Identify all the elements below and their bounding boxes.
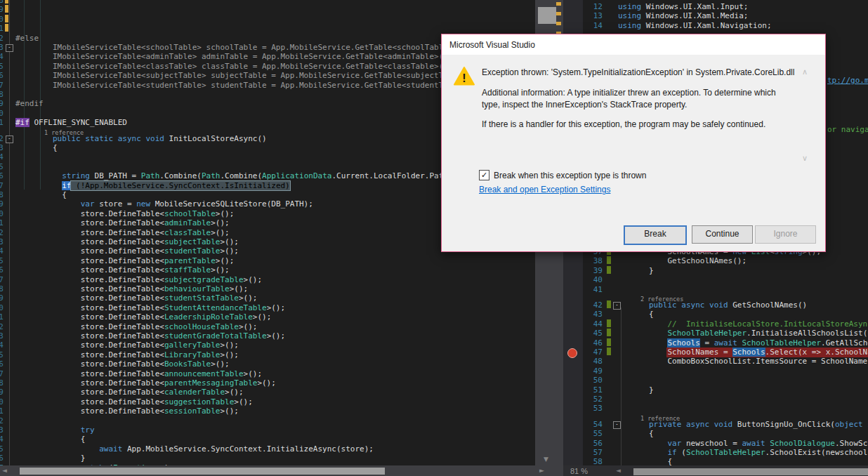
- continue-button[interactable]: Continue: [692, 225, 753, 244]
- change-bar: [607, 338, 611, 346]
- code-line: 49 store.DefineTable<studentStatTable>()…: [0, 293, 535, 303]
- line-number: 51: [584, 385, 603, 395]
- fold-toggle-icon[interactable]: -: [6, 44, 13, 52]
- scroll-left-icon[interactable]: ◄: [2, 467, 7, 474]
- code-line: 40: [563, 275, 868, 285]
- scrollbar-thumb[interactable]: [20, 468, 385, 475]
- visual-studio-window: 1819202122#else23- IMobileServiceTable<s…: [0, 0, 868, 476]
- change-bar: [607, 266, 611, 274]
- line-number: 47: [0, 275, 4, 284]
- code-fragment-link[interactable]: tp://go.mi: [827, 76, 868, 85]
- exception-dialog: Microsoft Visual Studio ! Exception thro…: [441, 34, 826, 252]
- scroll-up-icon[interactable]: ∧: [802, 67, 808, 77]
- code-line: 54 store.DefineTable<galleryTable>();: [0, 341, 535, 350]
- code-line: 46 Schools = await SchoolTableHelper.Get…: [563, 338, 868, 348]
- code-line: 51 }: [563, 385, 868, 395]
- line-number: 66: [0, 454, 4, 463]
- break-button[interactable]: Break: [624, 225, 687, 245]
- line-number: 29: [0, 99, 4, 108]
- additional-info-line2: type, inspect the InnerException's Stack…: [482, 100, 687, 110]
- code-line: 56 store.DefineTable<BooksTable>();: [0, 359, 535, 369]
- scrollbar-thumb[interactable]: [538, 7, 556, 24]
- line-number: 38: [0, 190, 4, 199]
- line-number: 57: [0, 369, 4, 378]
- line-number: 50: [0, 303, 4, 312]
- line-number: 49: [584, 366, 603, 376]
- code-line: 42- public async void GetSchoolNAmes(): [563, 300, 868, 310]
- code-line: 52 store.DefineTable<schoolHouseTable>()…: [0, 322, 535, 332]
- line-number: 65: [0, 444, 4, 454]
- line-number: 42: [0, 228, 4, 237]
- line-number: 44: [584, 319, 603, 329]
- checkbox-label: Break when this exception type is thrown: [494, 171, 646, 180]
- change-bar: [5, 5, 8, 13]
- line-number: 33: [0, 143, 4, 152]
- line-number: 44: [0, 246, 4, 256]
- code-line: 46 store.DefineTable<staffTable>();: [0, 265, 535, 275]
- line-number: 48: [0, 284, 4, 293]
- line-number: 53: [0, 331, 4, 341]
- zoom-level-select[interactable]: 81 %: [570, 467, 588, 475]
- code-line: 64 {: [0, 435, 535, 444]
- line-number: 43: [584, 310, 603, 319]
- code-line: 53 store.DefineTable<studentGradeTotalTa…: [0, 331, 535, 341]
- code-line: 63 try: [0, 425, 535, 435]
- exception-message: Exception thrown: 'System.TypeInitializa…: [482, 67, 794, 77]
- code-line: 50 store.DefineTable<StudentAttendanceTa…: [0, 303, 535, 313]
- code-line: 48 store.DefineTable<behaviourTable>();: [0, 284, 535, 294]
- line-number: 63: [0, 425, 4, 435]
- code-line: 52: [563, 395, 868, 404]
- exception-settings-link[interactable]: Break and open Exception Settings: [479, 185, 610, 194]
- scroll-left-icon[interactable]: ◄: [616, 467, 621, 474]
- line-number: 60: [0, 397, 4, 406]
- change-bar: [5, 15, 8, 22]
- change-bar: [5, 0, 8, 4]
- line-number: 64: [0, 435, 4, 444]
- line-number: 34: [0, 152, 4, 161]
- change-bar: [607, 348, 611, 355]
- dialog-title-bar[interactable]: Microsoft Visual Studio: [442, 34, 825, 55]
- scroll-down-icon[interactable]: ▼: [544, 456, 548, 463]
- line-number: 20: [0, 15, 4, 24]
- line-number: 43: [0, 237, 4, 246]
- editor-bottom-bar: 81 % ◄: [563, 465, 868, 476]
- warning-icon: !: [454, 67, 475, 88]
- code-line: 44 // InitialiseLocalStore.InitLocalStor…: [563, 319, 868, 329]
- fold-toggle-icon[interactable]: -: [613, 421, 621, 429]
- line-number: 37: [0, 181, 4, 190]
- code-line: 48 ComboBoxSchoolList.ItemsSource = Scho…: [563, 357, 868, 366]
- horizontal-scrollbar[interactable]: ◄ ►: [0, 465, 563, 476]
- breakpoint-icon[interactable]: [567, 348, 577, 358]
- line-number: 58: [0, 378, 4, 388]
- line-number: 14: [584, 21, 603, 30]
- break-exception-checkbox[interactable]: ✓: [479, 170, 489, 180]
- line-number: 46: [0, 265, 4, 275]
- code-line: 41: [563, 285, 868, 295]
- gutter-separator: [9, 0, 10, 465]
- line-number: 56: [584, 439, 603, 448]
- code-fragment-comment: or navigate: [827, 125, 868, 134]
- line-number: 27: [0, 81, 4, 90]
- fold-toggle-icon[interactable]: -: [613, 302, 621, 310]
- dialog-title: Microsoft Visual Studio: [449, 40, 535, 50]
- line-number: 50: [584, 376, 603, 385]
- scroll-right-icon[interactable]: ►: [539, 467, 544, 474]
- line-number: 31: [0, 118, 4, 127]
- code-line: 57 if (SchoolTableHelper.SchoolExist(new…: [563, 448, 868, 458]
- line-number: 47: [584, 348, 603, 357]
- code-line: 38 GetSchoolNAmes();: [563, 256, 868, 266]
- code-line: 62: [0, 416, 535, 426]
- line-number: 55: [0, 350, 4, 359]
- line-number: 13: [584, 11, 603, 20]
- scroll-down-icon[interactable]: ∨: [802, 154, 808, 163]
- code-line: 21: [0, 24, 535, 34]
- code-line: 65 await App.MobileService.SyncContext.I…: [0, 444, 535, 454]
- handler-info: If there is a handler for this exception…: [482, 119, 765, 129]
- line-number: 21: [0, 24, 4, 33]
- line-number: 55: [584, 429, 603, 438]
- line-number: 24: [0, 52, 4, 61]
- line-number: 62: [0, 416, 4, 425]
- fold-toggle-icon[interactable]: -: [6, 135, 13, 143]
- scrollbar-thumb[interactable]: [633, 468, 868, 475]
- line-number: 39: [584, 266, 603, 275]
